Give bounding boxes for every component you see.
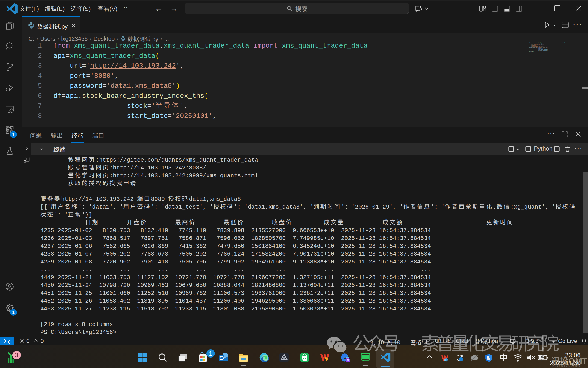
svg-text:AI: AI bbox=[346, 359, 349, 362]
